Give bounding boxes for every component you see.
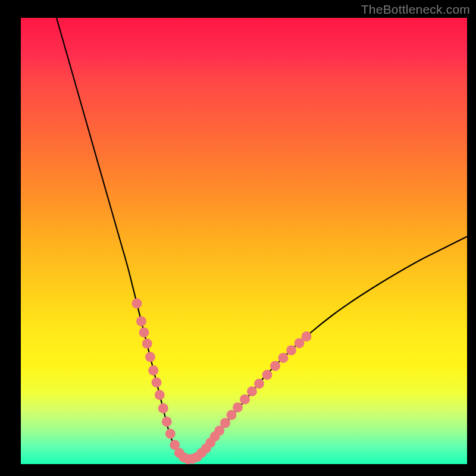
data-marker [286,345,296,355]
data-marker [139,327,149,337]
data-marker [152,377,162,387]
data-marker [247,386,257,396]
data-marker [162,416,172,427]
bottleneck-curve [57,18,467,460]
data-marker [142,339,152,349]
data-marker [165,429,176,439]
data-marker [240,394,250,405]
plot-area [21,18,467,464]
chart-svg [21,18,467,464]
data-marker [278,353,289,363]
data-marker [148,365,158,375]
data-marker [220,418,230,428]
data-marker [254,379,264,389]
data-marker [270,361,280,371]
watermark-text: TheBottleneck.com [361,2,470,17]
chart-stage: TheBottleneck.com [0,0,476,476]
data-marker [145,352,155,362]
data-marker [233,402,243,412]
data-marker [262,370,273,380]
data-marker [132,299,142,309]
data-marker [158,403,168,414]
data-marker [302,331,312,342]
data-markers [132,299,312,465]
data-marker [155,390,165,400]
data-marker [136,317,146,327]
